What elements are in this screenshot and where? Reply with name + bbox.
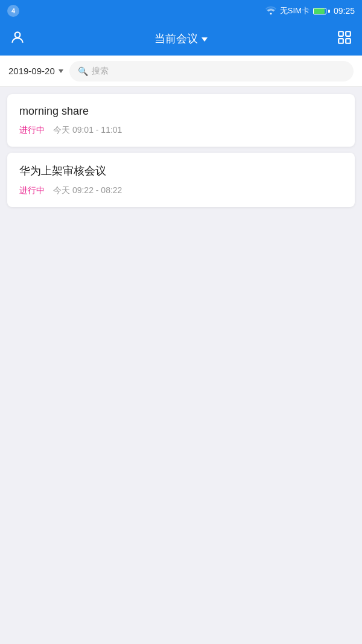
header-title[interactable]: 当前会议 <box>154 31 208 46</box>
search-box[interactable]: 🔍 搜索 <box>69 61 354 81</box>
meeting-meta-2: 进行中 今天 09:22 - 08:22 <box>19 185 343 196</box>
svg-point-0 <box>15 32 21 37</box>
battery-indicator <box>313 8 330 14</box>
status-badge-1: 进行中 <box>19 125 45 136</box>
svg-rect-2 <box>346 31 351 36</box>
clock: 09:25 <box>334 6 355 16</box>
status-left: 4 <box>7 5 19 17</box>
status-badge-2: 进行中 <box>19 185 45 196</box>
search-icon: 🔍 <box>78 66 88 76</box>
meeting-time-1: 今天 09:01 - 11:01 <box>53 125 122 136</box>
svg-rect-3 <box>338 39 343 43</box>
expand-button[interactable] <box>337 30 352 48</box>
status-bar: 4 无SIM卡 09:25 <box>0 0 362 22</box>
svg-rect-1 <box>338 31 343 36</box>
date-label: 2019-09-20 <box>8 66 55 76</box>
date-chevron-icon <box>59 69 63 73</box>
meeting-time-2: 今天 09:22 - 08:22 <box>53 185 122 196</box>
search-placeholder: 搜索 <box>92 66 109 77</box>
header: 当前会议 <box>0 22 362 56</box>
wifi-icon <box>265 6 276 16</box>
sim-status: 无SIM卡 <box>280 5 310 16</box>
profile-button[interactable] <box>10 30 25 48</box>
svg-rect-4 <box>346 39 351 43</box>
meeting-card-2[interactable]: 华为上架审核会议 进行中 今天 09:22 - 08:22 <box>7 153 355 207</box>
filter-bar: 2019-09-20 🔍 搜索 <box>0 56 362 87</box>
meeting-title-1: morning share <box>19 105 343 118</box>
meeting-meta-1: 进行中 今天 09:01 - 11:01 <box>19 125 343 136</box>
meeting-card-1[interactable]: morning share 进行中 今天 09:01 - 11:01 <box>7 94 355 147</box>
notification-badge: 4 <box>7 5 19 17</box>
chevron-down-icon <box>202 37 208 42</box>
date-picker[interactable]: 2019-09-20 <box>8 66 63 76</box>
meeting-title-2: 华为上架审核会议 <box>19 164 343 178</box>
status-right: 无SIM卡 09:25 <box>265 5 355 16</box>
meeting-list: morning share 进行中 今天 09:01 - 11:01 华为上架审… <box>0 87 362 214</box>
